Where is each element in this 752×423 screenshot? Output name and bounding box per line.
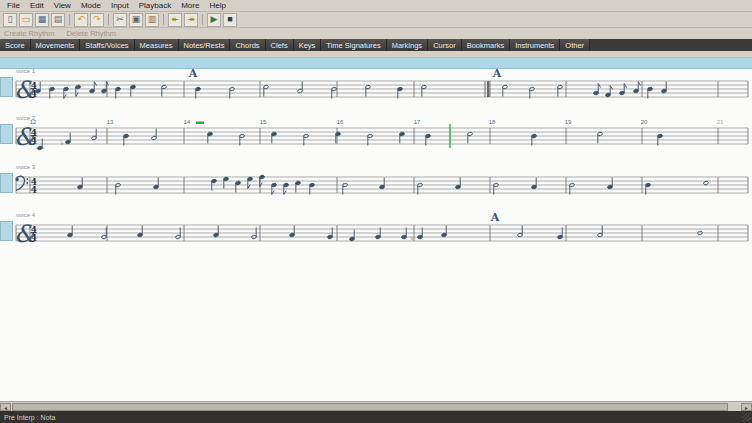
timesig-denominator[interactable]: 4 xyxy=(31,233,37,243)
cut-icon[interactable]: ✂ xyxy=(113,13,127,27)
scroll-left-button[interactable]: ◄ xyxy=(0,403,11,411)
note[interactable] xyxy=(77,178,83,190)
note[interactable] xyxy=(271,132,277,144)
note[interactable] xyxy=(531,178,537,190)
note[interactable] xyxy=(101,82,108,94)
note[interactable] xyxy=(213,226,219,238)
menu-notes-rests[interactable]: Notes/Rests xyxy=(179,39,231,51)
menu-help[interactable]: Help xyxy=(204,0,230,11)
menu-staffs-voices[interactable]: Staffs/Voices xyxy=(80,39,134,51)
staff-system-3[interactable]: 44voice 3 xyxy=(0,161,752,205)
note[interactable] xyxy=(502,85,508,97)
menu-cursor[interactable]: Cursor xyxy=(428,39,462,51)
note[interactable] xyxy=(75,85,81,97)
measure-number: 15 xyxy=(260,119,267,125)
note[interactable] xyxy=(605,86,612,98)
open-file-icon[interactable]: ▭ xyxy=(19,13,33,27)
menu-chords[interactable]: Chords xyxy=(230,39,265,51)
note[interactable] xyxy=(151,129,157,141)
note[interactable] xyxy=(557,85,563,97)
scroll-right-button[interactable]: ► xyxy=(741,403,752,411)
staff-system-4[interactable]: &44voice 4A♭ xyxy=(0,209,752,253)
note[interactable] xyxy=(65,133,71,145)
note[interactable] xyxy=(91,129,97,141)
go-first-icon[interactable]: ↞ xyxy=(168,13,182,27)
note[interactable] xyxy=(607,178,613,190)
note[interactable] xyxy=(335,132,341,144)
horizontal-scrollbar[interactable]: ◄ ► xyxy=(0,401,752,411)
menu-instruments[interactable]: Instruments xyxy=(510,39,560,51)
double-barline-thick xyxy=(487,81,489,97)
menu-other[interactable]: Other xyxy=(560,39,590,51)
note[interactable] xyxy=(130,85,136,97)
undo-icon[interactable]: ↶ xyxy=(74,13,88,27)
redo-icon[interactable]: ↷ xyxy=(90,13,104,27)
note[interactable] xyxy=(137,226,143,238)
create-rhythm-button[interactable]: Create Rhythm xyxy=(4,29,54,38)
save-icon[interactable]: ▦ xyxy=(35,13,49,27)
menu-edit[interactable]: Edit xyxy=(25,0,49,11)
new-file-icon[interactable]: ▯ xyxy=(3,13,17,27)
note[interactable] xyxy=(297,82,303,94)
menu-time-signatures[interactable]: Time Signatures xyxy=(321,39,386,51)
menu-more[interactable]: More xyxy=(176,0,204,11)
menu-measures[interactable]: Measures xyxy=(135,39,179,51)
note[interactable] xyxy=(633,82,640,94)
resize-grip-icon[interactable] xyxy=(742,413,751,421)
note[interactable] xyxy=(247,177,253,189)
note[interactable] xyxy=(365,85,371,97)
note[interactable] xyxy=(89,82,96,94)
menu-keys[interactable]: Keys xyxy=(294,39,322,51)
timesig-denominator[interactable]: 4 xyxy=(31,185,37,195)
menu-mode[interactable]: Mode xyxy=(76,0,106,11)
note[interactable] xyxy=(295,181,301,193)
menu-markings[interactable]: Markings xyxy=(387,39,428,51)
menu-playback[interactable]: Playback xyxy=(134,0,176,11)
menu-score[interactable]: Score xyxy=(0,39,31,51)
staff-system-2[interactable]: &44voice 212131415161718192021♭ xyxy=(0,112,752,156)
play-icon[interactable]: ▶ xyxy=(207,13,221,27)
note[interactable] xyxy=(441,226,447,238)
rehearsal-mark[interactable]: A xyxy=(188,67,198,80)
note[interactable] xyxy=(289,226,295,238)
note[interactable] xyxy=(597,226,603,238)
go-last-icon[interactable]: ↠ xyxy=(184,13,198,27)
scrollbar-thumb[interactable] xyxy=(12,403,728,411)
note[interactable] xyxy=(235,181,241,193)
note[interactable] xyxy=(207,132,213,144)
note[interactable] xyxy=(421,85,427,97)
menu-movements[interactable]: Movements xyxy=(31,39,81,51)
menu-file[interactable]: File xyxy=(2,0,25,11)
staff-system-1[interactable]: &44voice 1AA xyxy=(0,65,752,109)
note[interactable] xyxy=(223,177,229,189)
timesig-denominator[interactable]: 4 xyxy=(31,136,37,146)
menu-view[interactable]: View xyxy=(49,0,76,11)
note[interactable] xyxy=(153,178,159,190)
stop-icon[interactable]: ■ xyxy=(223,13,237,27)
measure-number: 20 xyxy=(641,119,648,125)
note[interactable] xyxy=(263,85,269,97)
app-window: FileEditViewModeInputPlaybackMoreHelp ▯▭… xyxy=(0,0,752,51)
note[interactable] xyxy=(597,132,603,144)
copy-icon[interactable]: ▣ xyxy=(129,13,143,27)
note[interactable] xyxy=(661,82,667,94)
note[interactable] xyxy=(379,178,385,190)
note[interactable] xyxy=(161,85,167,97)
score-canvas[interactable]: &44voice 1AA&44voice 2121314151617181920… xyxy=(0,57,752,401)
rehearsal-mark[interactable]: A xyxy=(492,67,502,80)
rehearsal-mark[interactable]: A xyxy=(490,211,500,224)
delete-rhythm-button[interactable]: Delete Rhythm xyxy=(66,29,116,38)
note[interactable] xyxy=(349,230,355,242)
note[interactable] xyxy=(467,132,473,144)
note[interactable] xyxy=(455,178,461,190)
bass-clef-icon[interactable] xyxy=(16,176,29,190)
print-icon[interactable]: ▤ xyxy=(51,13,65,27)
menu-input[interactable]: Input xyxy=(106,0,134,11)
selection-marker xyxy=(196,122,204,125)
note[interactable] xyxy=(399,132,405,144)
note[interactable] xyxy=(517,226,523,238)
menu-clefs[interactable]: Clefs xyxy=(266,39,294,51)
menu-bookmarks[interactable]: Bookmarks xyxy=(462,39,511,51)
paste-icon[interactable]: ▥ xyxy=(145,13,159,27)
note[interactable] xyxy=(67,226,73,238)
